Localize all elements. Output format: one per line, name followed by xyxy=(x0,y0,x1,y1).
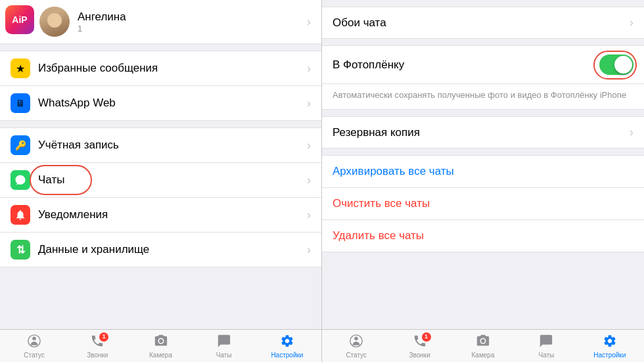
notifications-icon xyxy=(11,205,30,225)
right-panel: Обои чата › В Фотоплёнку Автоматически с… xyxy=(322,0,644,362)
tab-settings-right[interactable]: Настройки xyxy=(578,334,641,359)
whatsapp-web-label: WhatsApp Web xyxy=(38,97,307,110)
tab-chats-left[interactable]: Чаты xyxy=(193,334,256,359)
starred-chevron: › xyxy=(307,62,311,76)
settings-group-2: 🔑 Учётная запись › Чаты › Уведомления xyxy=(0,127,321,267)
aip-logo: AiP xyxy=(5,5,34,34)
status-icon-right xyxy=(349,334,363,350)
delete-all-button[interactable]: Удалить все чаты xyxy=(322,220,644,252)
settings-item-notifications[interactable]: Уведомления › xyxy=(0,198,321,233)
tab-status-left[interactable]: Статус xyxy=(3,334,66,359)
calls-badge-right: 1 xyxy=(422,332,431,342)
photolibrary-item[interactable]: В Фотоплёнку xyxy=(322,46,644,84)
photolibrary-label: В Фотоплёнку xyxy=(333,58,599,72)
data-icon: ⇅ xyxy=(11,240,30,260)
toggle-wrapper[interactable] xyxy=(599,55,633,75)
tab-camera-right[interactable]: Камера xyxy=(451,334,515,359)
wallpaper-label: Обои чата xyxy=(333,16,630,30)
account-icon: 🔑 xyxy=(11,135,30,155)
tab-calls-right[interactable]: 1 Звонки xyxy=(388,334,451,359)
settings-item-chats[interactable]: Чаты › xyxy=(0,163,321,198)
right-section-toggle: В Фотоплёнку Автоматически сохранять пол… xyxy=(322,45,644,110)
settings-item-account[interactable]: 🔑 Учётная запись › xyxy=(0,128,321,163)
calls-icon-left: 1 xyxy=(90,334,104,350)
tab-settings-left[interactable]: Настройки xyxy=(256,334,319,359)
tab-chats-label-left: Чаты xyxy=(216,351,232,359)
settings-group-1: ★ Избранные сообщения › 🖥 WhatsApp Web › xyxy=(0,51,321,121)
tab-camera-label-right: Камера xyxy=(472,351,495,359)
chats-icon xyxy=(11,170,30,190)
tab-status-label-right: Статус xyxy=(346,351,367,359)
toggle-track[interactable] xyxy=(599,55,633,75)
whatsapp-web-chevron: › xyxy=(307,97,311,110)
account-chevron: › xyxy=(307,139,311,152)
toggle-thumb xyxy=(614,56,632,74)
settings-item-data[interactable]: ⇅ Данные и хранилище › xyxy=(0,233,321,267)
backup-label: Резервная копия xyxy=(333,126,630,139)
profile-chevron: › xyxy=(307,15,311,29)
tab-calls-left[interactable]: 1 Звонки xyxy=(66,334,129,359)
tab-status-right[interactable]: Статус xyxy=(325,334,388,359)
notifications-chevron: › xyxy=(307,208,311,222)
profile-sub: 1 xyxy=(78,24,307,34)
chats-chevron: › xyxy=(307,173,311,187)
data-label: Данные и хранилище xyxy=(38,243,307,256)
left-tab-bar: Статус 1 Звонки Камера Чаты Настройк xyxy=(0,329,321,362)
tab-chats-label-right: Чаты xyxy=(539,351,555,359)
archive-all-button[interactable]: Архивировать все чаты xyxy=(322,156,644,188)
backup-item[interactable]: Резервная копия › xyxy=(322,117,644,148)
tab-calls-label-right: Звонки xyxy=(409,351,430,359)
settings-tab-icon-left xyxy=(280,334,294,350)
left-panel: AiP Ангелина 1 › ★ Избранные сообщения ›… xyxy=(0,0,322,362)
right-action-group: Архивировать все чаты Очистить все чаты … xyxy=(322,155,644,252)
whatsapp-web-icon: 🖥 xyxy=(11,93,30,113)
tab-settings-label-right: Настройки xyxy=(593,351,626,359)
tab-camera-label-left: Камера xyxy=(149,351,172,359)
photolibrary-sublabel: Автоматически сохранять полученные фото … xyxy=(322,84,644,109)
tab-camera-left[interactable]: Камера xyxy=(129,334,192,359)
status-icon-left xyxy=(27,334,41,350)
tab-chats-right[interactable]: Чаты xyxy=(515,334,578,359)
tab-settings-label-left: Настройки xyxy=(271,351,303,359)
tab-calls-label-left: Звонки xyxy=(87,351,108,359)
svg-point-3 xyxy=(354,336,358,340)
settings-item-starred[interactable]: ★ Избранные сообщения › xyxy=(0,51,321,86)
starred-label: Избранные сообщения xyxy=(38,62,307,75)
chats-tab-icon-left xyxy=(217,334,231,350)
backup-chevron: › xyxy=(630,125,633,139)
calls-badge-left: 1 xyxy=(99,332,108,342)
chats-label: Чаты xyxy=(38,173,307,187)
chats-tab-icon-right xyxy=(539,334,553,350)
settings-tab-icon-right xyxy=(603,334,617,350)
camera-icon-right xyxy=(476,334,490,350)
avatar-image xyxy=(39,7,70,37)
wallpaper-item[interactable]: Обои чата › xyxy=(322,7,644,38)
profile-info: Ангелина 1 xyxy=(78,11,307,34)
right-section-wallpaper: Обои чата › xyxy=(322,7,644,39)
starred-icon: ★ xyxy=(11,58,30,78)
wallpaper-chevron: › xyxy=(630,16,633,30)
camera-icon-left xyxy=(154,334,168,350)
profile-name: Ангелина xyxy=(78,11,307,24)
settings-item-whatsapp-web[interactable]: 🖥 WhatsApp Web › xyxy=(0,86,321,120)
logo-text: AiP xyxy=(12,14,27,25)
calls-icon-right: 1 xyxy=(413,334,427,350)
tab-status-label-left: Статус xyxy=(24,351,45,359)
svg-point-1 xyxy=(32,336,36,340)
right-section-backup: Резервная копия › xyxy=(322,116,644,148)
avatar xyxy=(39,7,70,37)
account-label: Учётная запись xyxy=(38,139,307,152)
right-tab-bar: Статус 1 Звонки Камера Чаты Настройк xyxy=(322,329,644,362)
notifications-label: Уведомления xyxy=(38,208,307,221)
data-chevron: › xyxy=(307,243,311,257)
profile-row[interactable]: Ангелина 1 › xyxy=(0,0,321,44)
clear-all-button[interactable]: Очистить все чаты xyxy=(322,188,644,220)
